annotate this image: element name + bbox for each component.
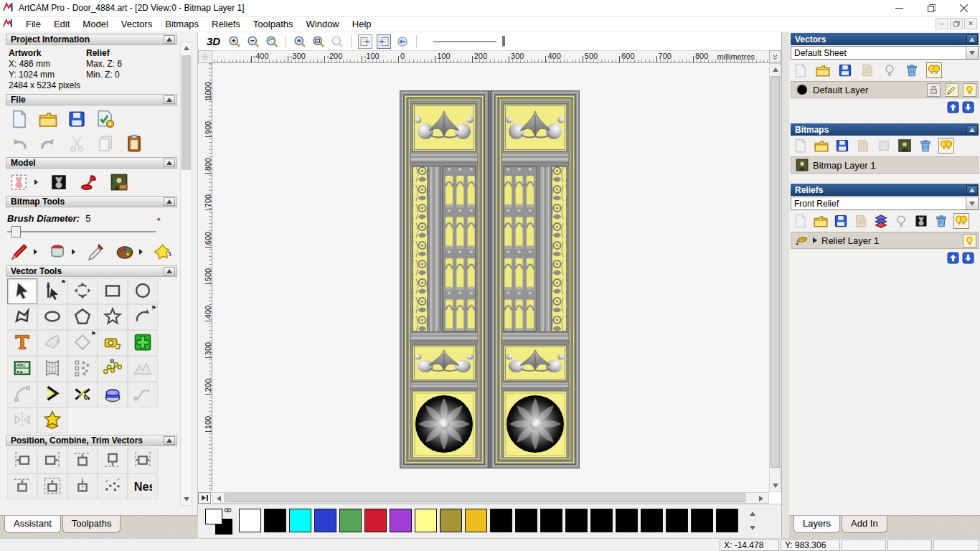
zoom-ratio-icon[interactable] [293,34,307,49]
toggle-link-view-icon[interactable] [358,34,372,49]
save-icon[interactable] [67,110,86,128]
primary-colour[interactable] [205,509,222,524]
fit-sketch-icon-cell[interactable] [128,356,158,382]
menu-reliefs[interactable]: Reliefs [205,17,247,31]
link-colours-icon[interactable] [224,507,232,514]
fit-sketch-icon[interactable] [133,359,152,380]
blend-spans-icon-cell[interactable] [128,382,158,408]
palette-scroll-down-button[interactable] [747,523,758,533]
show-all-layers-icon[interactable] [939,138,953,153]
create-polygon-icon[interactable] [73,307,92,328]
scroll-down-button[interactable] [770,480,781,491]
menu-model[interactable]: Model [76,17,114,31]
colour-swatch-16[interactable] [641,509,663,532]
canvas-horizontal-scrollbar[interactable] [212,492,769,504]
align-right-icon[interactable] [43,451,62,471]
menu-bitmaps[interactable]: Bitmaps [159,17,205,31]
save-vector-layer-icon[interactable] [838,63,852,77]
zoom-previous-icon[interactable] [265,34,279,49]
wrap-text-icon[interactable] [43,333,62,354]
extrude-vector-icon[interactable] [103,385,122,405]
delete-layer-icon[interactable] [918,138,933,153]
scroll-up-button[interactable] [181,42,192,54]
colour-swatch-5[interactable] [364,509,387,532]
create-rectangle-icon-cell[interactable] [98,278,128,304]
layer-name[interactable]: Bitmap Layer 1 [813,160,976,171]
project-information-header[interactable]: Project Information [6,34,177,45]
collapse-button[interactable] [966,34,978,44]
minimize-button[interactable] [883,0,915,17]
show-all-layers-icon[interactable] [927,63,941,77]
relief-layer-row[interactable]: Relief Layer 1 [791,232,979,249]
create-ellipse-icon[interactable] [43,307,62,328]
transform-vectors-icon-cell[interactable] [67,278,98,304]
paste-centre-icon[interactable] [133,333,152,354]
vector-tools-header[interactable]: Vector Tools [6,265,177,277]
menu-help[interactable]: Help [346,17,378,31]
colour-swatch-19[interactable] [716,509,738,532]
primary-secondary-colour-indicator[interactable] [205,509,234,536]
wrap-text-icon-cell[interactable] [37,330,67,356]
ruler-corner-icon[interactable] [198,50,212,63]
toggle-link-view2-icon[interactable] [377,34,391,49]
colour-swatch-6[interactable] [390,509,412,532]
flyout-arrow-icon[interactable] [34,249,37,255]
vector-sheet-combo[interactable]: Default Sheet [791,46,979,60]
ruler-unit-dropdown-button[interactable] [769,50,781,63]
mdi-minimize-button[interactable]: – [936,18,948,29]
colour-swatch-17[interactable] [666,509,688,532]
align-top-icon-cell[interactable] [67,448,98,474]
colour-swatch-10[interactable] [490,509,512,532]
restore-button[interactable] [915,0,948,17]
fit-arcs-icon[interactable] [13,385,32,405]
create-arc-icon-cell[interactable]: ⚑ [128,304,158,330]
move-layer-down-button[interactable] [962,101,974,113]
scroll-left-button[interactable] [215,494,223,503]
file-section-header[interactable]: File [6,94,177,105]
align-right-icon-cell[interactable] [37,448,67,474]
flyout-arrow-icon[interactable] [72,249,75,255]
create-text-icon-cell[interactable] [7,330,37,356]
wrap-star-icon[interactable] [43,410,62,431]
visibility-bulb-icon[interactable] [963,83,976,97]
import-model-icon[interactable] [10,173,29,192]
nest-vectors-icon[interactable]: Nes [133,476,152,497]
create-polygon-icon-cell[interactable] [67,304,98,330]
layer-name[interactable]: Default Layer [813,85,923,95]
create-polyline-icon-cell[interactable] [7,304,37,330]
greyscale-layer-icon[interactable] [897,138,912,153]
nesting-icon[interactable] [73,359,92,380]
text-in-box-icon[interactable]: ABC●▲ [13,359,32,380]
nest-vectors-icon-cell[interactable]: Nes [128,474,158,499]
flyout-arrow-icon[interactable] [34,179,38,185]
colour-swatch-1[interactable] [264,509,286,532]
colour-swatch-2[interactable] [289,509,311,532]
centre-in-page-icon-cell[interactable] [7,474,37,499]
texture-relief-icon[interactable] [110,173,128,192]
zoom-out-icon[interactable] [246,34,260,49]
join-vectors-icon-cell[interactable] [37,382,67,408]
layer-colour-swatch[interactable] [796,83,809,96]
trim-vectors-icon[interactable] [73,385,92,405]
assistant-scrollbar[interactable] [180,42,192,506]
slider-track[interactable] [7,231,156,232]
colour-swatch-7[interactable] [415,509,437,532]
create-text-icon[interactable] [13,333,32,354]
measure-icon[interactable] [103,333,122,354]
relief-combo[interactable]: Front Relief [791,197,979,210]
menu-edit[interactable]: Edit [47,17,76,31]
colour-swatch-14[interactable] [590,509,613,532]
create-circle-icon-cell[interactable] [128,278,158,304]
menu-vectors[interactable]: Vectors [115,17,159,31]
paste-centre-icon-cell[interactable] [128,330,158,356]
open-relief-layer-icon[interactable] [814,214,828,228]
select-vectors-icon-cell[interactable] [7,278,37,304]
scroll-right-button[interactable] [757,494,765,503]
fit-arcs-icon-cell[interactable] [7,382,37,408]
combo-dropdown-button[interactable] [966,47,978,59]
centre-in-page-icon[interactable] [13,476,32,497]
collapse-button[interactable] [164,95,175,104]
centre-horizontal-icon-cell[interactable] [128,448,158,474]
text-in-box-icon-cell[interactable]: ABC●▲ [7,356,37,382]
align-centre-icon-cell[interactable] [67,474,98,499]
